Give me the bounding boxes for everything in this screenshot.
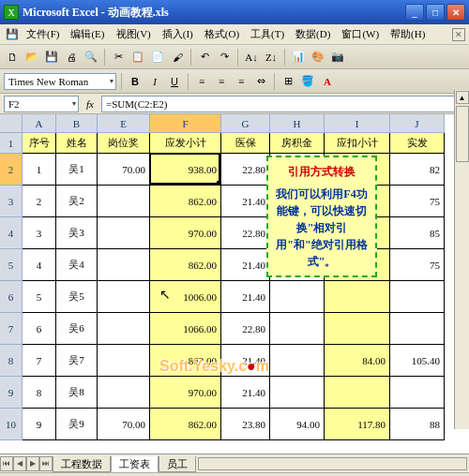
- row-header-9[interactable]: 9: [0, 377, 23, 409]
- cell[interactable]: 23.80: [221, 409, 270, 440]
- col-header-J[interactable]: J: [390, 114, 445, 133]
- cell[interactable]: [98, 345, 150, 377]
- cell[interactable]: 22.80: [221, 217, 270, 249]
- cell[interactable]: [390, 377, 445, 409]
- cell[interactable]: [98, 186, 150, 217]
- cell[interactable]: 2: [23, 186, 56, 217]
- scroll-thumb[interactable]: [456, 106, 469, 162]
- row-header-7[interactable]: 7: [0, 313, 23, 345]
- scroll-up-button[interactable]: ▲: [456, 91, 469, 104]
- cell[interactable]: 70.00: [98, 154, 150, 186]
- borders-icon[interactable]: ⊞: [280, 73, 296, 90]
- cell[interactable]: 82: [390, 154, 445, 186]
- cell[interactable]: [98, 217, 150, 249]
- header-cell[interactable]: 姓名: [56, 133, 98, 154]
- cell[interactable]: 21.40: [221, 281, 270, 313]
- sheet-tab-0[interactable]: 工程数据: [53, 456, 111, 472]
- menu-item-6[interactable]: 数据(D): [290, 26, 336, 41]
- align-right-icon[interactable]: ≡: [233, 73, 250, 90]
- cell[interactable]: 1: [23, 154, 56, 186]
- close-doc-button[interactable]: ✕: [452, 28, 465, 41]
- cell[interactable]: [98, 377, 150, 409]
- close-button[interactable]: ✕: [446, 4, 465, 21]
- cell[interactable]: 吴6: [56, 313, 98, 345]
- cell[interactable]: 吴1: [56, 154, 98, 186]
- cell[interactable]: [98, 281, 150, 313]
- header-cell[interactable]: 序号: [23, 133, 56, 154]
- tab-prev-button[interactable]: ◀: [13, 456, 26, 471]
- cell[interactable]: [270, 345, 325, 377]
- menu-item-7[interactable]: 窗口(W): [336, 26, 385, 41]
- row-header-10[interactable]: 10: [0, 409, 23, 440]
- row-header-2[interactable]: 2: [0, 154, 23, 186]
- cell[interactable]: 6: [23, 313, 56, 345]
- cell[interactable]: 21.40: [221, 377, 270, 409]
- menu-item-5[interactable]: 工具(T): [245, 26, 290, 41]
- cut-icon[interactable]: ✂: [110, 49, 127, 66]
- vertical-scrollbar[interactable]: ▲: [454, 90, 469, 429]
- align-center-icon[interactable]: ≡: [213, 73, 230, 90]
- save-icon[interactable]: 💾: [4, 26, 21, 43]
- cell[interactable]: 21.40: [221, 249, 270, 281]
- paste-icon[interactable]: 📄: [149, 49, 166, 66]
- cell[interactable]: 938.00: [150, 154, 221, 186]
- merge-icon[interactable]: ⇔: [252, 73, 269, 90]
- col-header-F[interactable]: F: [150, 114, 221, 133]
- cell[interactable]: 吴3: [56, 217, 98, 249]
- col-header-E[interactable]: E: [98, 114, 150, 133]
- tab-next-button[interactable]: ▶: [26, 456, 39, 471]
- cell[interactable]: 88: [390, 409, 445, 440]
- font-name-select[interactable]: Times New Roman: [4, 73, 116, 90]
- sheet-tab-2[interactable]: 员工: [159, 456, 196, 472]
- row-header-6[interactable]: 6: [0, 281, 23, 313]
- row-header-3[interactable]: 3: [0, 186, 23, 217]
- tab-last-button[interactable]: ⏭: [39, 456, 53, 471]
- cell[interactable]: 吴4: [56, 249, 98, 281]
- sort-desc-icon[interactable]: Z↓: [263, 49, 280, 66]
- cell[interactable]: 9: [23, 409, 56, 440]
- copy-icon[interactable]: 📋: [129, 49, 146, 66]
- select-all-corner[interactable]: [0, 114, 23, 133]
- menu-item-0[interactable]: 文件(F): [21, 26, 65, 41]
- cell[interactable]: 1066.00: [150, 313, 221, 345]
- font-color-icon[interactable]: A: [319, 73, 336, 90]
- cell[interactable]: [270, 281, 325, 313]
- cell[interactable]: 970.00: [150, 377, 221, 409]
- sheet-tab-1[interactable]: 工资表: [111, 456, 159, 472]
- cell[interactable]: 吴5: [56, 281, 98, 313]
- cell[interactable]: 4: [23, 249, 56, 281]
- cell[interactable]: 1006.00: [150, 281, 221, 313]
- horizontal-scrollbar[interactable]: [198, 457, 467, 470]
- cell[interactable]: [390, 313, 445, 345]
- cell[interactable]: 3: [23, 217, 56, 249]
- cell[interactable]: [98, 249, 150, 281]
- cell[interactable]: 8: [23, 377, 56, 409]
- menu-item-2[interactable]: 视图(V): [111, 26, 157, 41]
- camera-icon[interactable]: 📷: [329, 49, 346, 66]
- spreadsheet-grid[interactable]: ABEFGHIJ12345678910序号姓名岗位奖应发小计医保房积金应扣小计实…: [0, 114, 469, 454]
- row-header-1[interactable]: 1: [0, 133, 23, 154]
- menu-item-8[interactable]: 帮助(H): [385, 26, 431, 41]
- cell[interactable]: 吴2: [56, 186, 98, 217]
- header-cell[interactable]: 房积金: [270, 133, 325, 154]
- formula-bar[interactable]: =SUM(C2:E2): [101, 96, 465, 112]
- cell[interactable]: 7: [23, 345, 56, 377]
- cell[interactable]: [98, 313, 150, 345]
- header-cell[interactable]: 医保: [221, 133, 270, 154]
- align-left-icon[interactable]: ≡: [193, 73, 210, 90]
- col-header-B[interactable]: B: [56, 114, 98, 133]
- col-header-G[interactable]: G: [221, 114, 270, 133]
- print-icon[interactable]: 🖨: [63, 49, 80, 66]
- col-header-H[interactable]: H: [270, 114, 325, 133]
- menu-item-1[interactable]: 编辑(E): [65, 26, 110, 41]
- cell[interactable]: 105.40: [390, 345, 445, 377]
- cell[interactable]: [270, 313, 325, 345]
- cell[interactable]: [325, 313, 390, 345]
- menu-item-4[interactable]: 格式(O): [199, 26, 245, 41]
- cell[interactable]: 22.80: [221, 154, 270, 186]
- cell[interactable]: 吴7: [56, 345, 98, 377]
- cell[interactable]: 862.00: [150, 409, 221, 440]
- tab-first-button[interactable]: ⏮: [0, 456, 13, 471]
- cell[interactable]: 吴8: [56, 377, 98, 409]
- header-cell[interactable]: 应发小计: [150, 133, 221, 154]
